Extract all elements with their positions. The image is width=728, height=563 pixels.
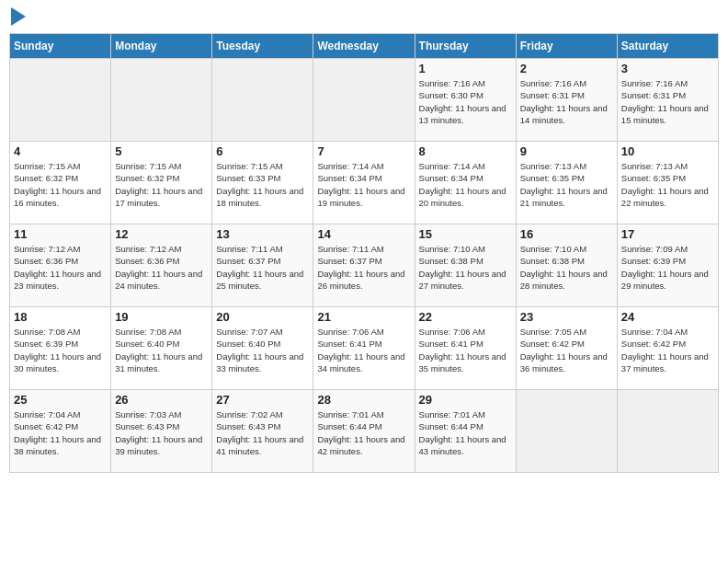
calendar-cell: 5Sunrise: 7:15 AMSunset: 6:32 PMDaylight…	[111, 142, 212, 224]
day-info: Sunrise: 7:14 AMSunset: 6:34 PMDaylight:…	[317, 160, 410, 209]
calendar-cell: 23Sunrise: 7:05 AMSunset: 6:42 PMDayligh…	[516, 307, 617, 390]
day-number: 15	[419, 227, 512, 241]
calendar-cell: 19Sunrise: 7:08 AMSunset: 6:40 PMDayligh…	[111, 307, 212, 390]
day-number: 1	[419, 62, 512, 75]
day-number: 21	[317, 310, 410, 324]
day-number: 5	[115, 144, 208, 158]
calendar-cell: 14Sunrise: 7:11 AMSunset: 6:37 PMDayligh…	[313, 224, 415, 307]
day-info: Sunrise: 7:04 AMSunset: 6:42 PMDaylight:…	[621, 326, 714, 374]
day-info: Sunrise: 7:07 AMSunset: 6:40 PMDaylight:…	[216, 326, 309, 374]
day-info: Sunrise: 7:13 AMSunset: 6:35 PMDaylight:…	[621, 160, 714, 209]
calendar-header-friday: Friday	[516, 34, 617, 59]
day-number: 2	[520, 62, 613, 75]
calendar-cell: 6Sunrise: 7:15 AMSunset: 6:33 PMDaylight…	[212, 142, 313, 224]
day-number: 25	[14, 393, 107, 407]
day-number: 18	[14, 310, 107, 324]
calendar-cell: 11Sunrise: 7:12 AMSunset: 6:36 PMDayligh…	[10, 224, 111, 307]
calendar-table: SundayMondayTuesdayWednesdayThursdayFrid…	[9, 33, 719, 473]
logo	[9, 9, 26, 26]
day-number: 17	[621, 227, 714, 241]
calendar-week-row: 25Sunrise: 7:04 AMSunset: 6:42 PMDayligh…	[10, 390, 719, 473]
day-info: Sunrise: 7:10 AMSunset: 6:38 PMDaylight:…	[520, 243, 613, 292]
calendar-cell: 27Sunrise: 7:02 AMSunset: 6:43 PMDayligh…	[212, 390, 313, 473]
day-number: 6	[216, 144, 309, 158]
day-number: 20	[216, 310, 309, 324]
day-number: 16	[520, 227, 613, 241]
calendar-cell: 28Sunrise: 7:01 AMSunset: 6:44 PMDayligh…	[313, 390, 415, 473]
day-info: Sunrise: 7:11 AMSunset: 6:37 PMDaylight:…	[317, 243, 410, 292]
day-info: Sunrise: 7:02 AMSunset: 6:43 PMDaylight:…	[216, 408, 309, 457]
calendar-cell: 12Sunrise: 7:12 AMSunset: 6:36 PMDayligh…	[111, 224, 212, 307]
day-info: Sunrise: 7:01 AMSunset: 6:44 PMDaylight:…	[317, 408, 410, 457]
calendar-week-row: 4Sunrise: 7:15 AMSunset: 6:32 PMDaylight…	[10, 142, 719, 224]
calendar-cell: 20Sunrise: 7:07 AMSunset: 6:40 PMDayligh…	[212, 307, 313, 390]
day-info: Sunrise: 7:09 AMSunset: 6:39 PMDaylight:…	[621, 243, 714, 292]
day-info: Sunrise: 7:16 AMSunset: 6:31 PMDaylight:…	[520, 77, 613, 126]
calendar-cell	[516, 390, 617, 473]
day-number: 27	[216, 393, 309, 407]
day-info: Sunrise: 7:15 AMSunset: 6:33 PMDaylight:…	[216, 160, 309, 209]
day-info: Sunrise: 7:14 AMSunset: 6:34 PMDaylight:…	[419, 160, 512, 209]
calendar-cell: 4Sunrise: 7:15 AMSunset: 6:32 PMDaylight…	[10, 142, 111, 224]
calendar-week-row: 11Sunrise: 7:12 AMSunset: 6:36 PMDayligh…	[10, 224, 719, 307]
calendar-week-row: 18Sunrise: 7:08 AMSunset: 6:39 PMDayligh…	[10, 307, 719, 390]
calendar-cell: 24Sunrise: 7:04 AMSunset: 6:42 PMDayligh…	[617, 307, 718, 390]
day-info: Sunrise: 7:16 AMSunset: 6:30 PMDaylight:…	[419, 77, 512, 126]
calendar-cell: 22Sunrise: 7:06 AMSunset: 6:41 PMDayligh…	[415, 307, 516, 390]
day-info: Sunrise: 7:16 AMSunset: 6:31 PMDaylight:…	[621, 77, 714, 126]
day-number: 19	[115, 310, 208, 324]
day-info: Sunrise: 7:15 AMSunset: 6:32 PMDaylight:…	[115, 160, 208, 209]
day-number: 13	[216, 227, 309, 241]
day-info: Sunrise: 7:12 AMSunset: 6:36 PMDaylight:…	[14, 243, 107, 292]
day-info: Sunrise: 7:15 AMSunset: 6:32 PMDaylight:…	[14, 160, 107, 209]
calendar-week-row: 1Sunrise: 7:16 AMSunset: 6:30 PMDaylight…	[10, 59, 719, 142]
day-info: Sunrise: 7:10 AMSunset: 6:38 PMDaylight:…	[419, 243, 512, 292]
day-number: 3	[621, 62, 714, 75]
calendar-header-sunday: Sunday	[10, 34, 111, 59]
calendar-cell: 17Sunrise: 7:09 AMSunset: 6:39 PMDayligh…	[617, 224, 718, 307]
calendar-cell: 9Sunrise: 7:13 AMSunset: 6:35 PMDaylight…	[516, 142, 617, 224]
calendar-cell: 21Sunrise: 7:06 AMSunset: 6:41 PMDayligh…	[313, 307, 415, 390]
day-number: 29	[419, 393, 512, 407]
day-number: 11	[14, 227, 107, 241]
calendar-header-saturday: Saturday	[617, 34, 718, 59]
day-number: 23	[520, 310, 613, 324]
day-number: 28	[317, 393, 410, 407]
day-info: Sunrise: 7:06 AMSunset: 6:41 PMDaylight:…	[419, 326, 512, 374]
calendar-cell: 2Sunrise: 7:16 AMSunset: 6:31 PMDaylight…	[516, 59, 617, 142]
calendar-cell	[313, 59, 415, 142]
calendar-cell: 26Sunrise: 7:03 AMSunset: 6:43 PMDayligh…	[111, 390, 212, 473]
calendar-cell: 25Sunrise: 7:04 AMSunset: 6:42 PMDayligh…	[10, 390, 111, 473]
day-info: Sunrise: 7:11 AMSunset: 6:37 PMDaylight:…	[216, 243, 309, 292]
day-info: Sunrise: 7:12 AMSunset: 6:36 PMDaylight:…	[115, 243, 208, 292]
calendar-header-monday: Monday	[111, 34, 212, 59]
calendar-cell	[212, 59, 313, 142]
logo-arrow-icon	[11, 7, 26, 26]
calendar-cell	[10, 59, 111, 142]
calendar-cell: 18Sunrise: 7:08 AMSunset: 6:39 PMDayligh…	[10, 307, 111, 390]
day-number: 22	[419, 310, 512, 324]
calendar-cell	[617, 390, 718, 473]
calendar-header-wednesday: Wednesday	[313, 34, 415, 59]
calendar-header-row: SundayMondayTuesdayWednesdayThursdayFrid…	[10, 34, 719, 59]
day-info: Sunrise: 7:04 AMSunset: 6:42 PMDaylight:…	[14, 408, 107, 457]
day-number: 9	[520, 144, 613, 158]
calendar-header-tuesday: Tuesday	[212, 34, 313, 59]
day-number: 12	[115, 227, 208, 241]
day-number: 7	[317, 144, 410, 158]
day-number: 14	[317, 227, 410, 241]
day-number: 24	[621, 310, 714, 324]
day-number: 10	[621, 144, 714, 158]
day-info: Sunrise: 7:01 AMSunset: 6:44 PMDaylight:…	[419, 408, 512, 457]
day-info: Sunrise: 7:08 AMSunset: 6:39 PMDaylight:…	[14, 326, 107, 374]
calendar-cell: 3Sunrise: 7:16 AMSunset: 6:31 PMDaylight…	[617, 59, 718, 142]
calendar-cell: 16Sunrise: 7:10 AMSunset: 6:38 PMDayligh…	[516, 224, 617, 307]
calendar-header-thursday: Thursday	[415, 34, 516, 59]
day-info: Sunrise: 7:05 AMSunset: 6:42 PMDaylight:…	[520, 326, 613, 374]
day-info: Sunrise: 7:13 AMSunset: 6:35 PMDaylight:…	[520, 160, 613, 209]
day-info: Sunrise: 7:06 AMSunset: 6:41 PMDaylight:…	[317, 326, 410, 374]
day-number: 4	[14, 144, 107, 158]
calendar-cell: 15Sunrise: 7:10 AMSunset: 6:38 PMDayligh…	[415, 224, 516, 307]
calendar-cell: 7Sunrise: 7:14 AMSunset: 6:34 PMDaylight…	[313, 142, 415, 224]
day-number: 8	[419, 144, 512, 158]
